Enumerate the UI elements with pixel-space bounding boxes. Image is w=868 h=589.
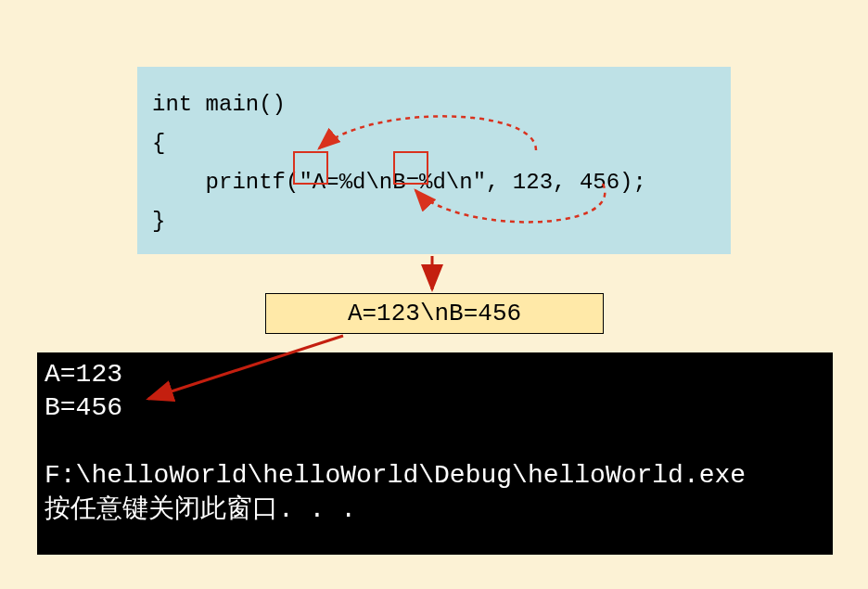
code-block: int main() { printf("A=%d\nB=%d\n", 123,… xyxy=(137,67,731,254)
terminal-line-1: A=123 xyxy=(45,360,122,389)
terminal-line-4: F:\helloWorld\helloWorld\Debug\helloWorl… xyxy=(45,461,746,490)
intermediate-string-box: A=123\nB=456 xyxy=(265,293,604,334)
format-spec-box-2 xyxy=(393,151,428,185)
format-spec-box-1 xyxy=(293,151,328,185)
code-line-2: { xyxy=(152,131,165,156)
intermediate-string: A=123\nB=456 xyxy=(348,300,521,327)
code-line-1: int main() xyxy=(152,92,286,117)
terminal-line-5: 按任意键关闭此窗口. . . xyxy=(45,495,356,524)
terminal-output: A=123 B=456 F:\helloWorld\helloWorld\Deb… xyxy=(37,352,833,555)
terminal-line-2: B=456 xyxy=(45,393,122,422)
code-line-4: } xyxy=(152,209,165,234)
